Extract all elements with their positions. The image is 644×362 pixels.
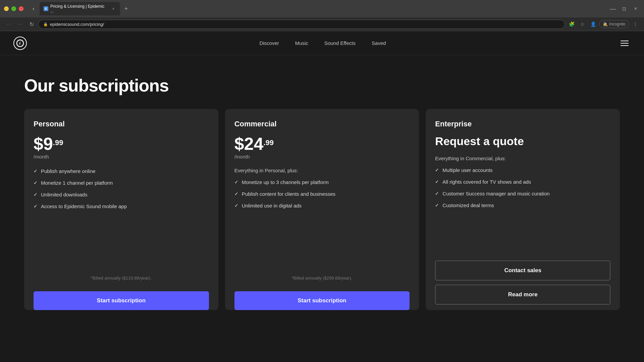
- browser-chrome: − □ × ‹ E Pricing & Licensing | Epidemic…: [0, 0, 644, 31]
- nav-link-music[interactable]: Music: [295, 40, 308, 46]
- commercial-billing-note: *Billed annually ($299.88/year).: [234, 270, 410, 286]
- commercial-start-subscription-button[interactable]: Start subscription: [234, 291, 410, 310]
- personal-plan-name: Personal: [34, 120, 209, 128]
- minimize-button[interactable]: −: [4, 6, 9, 11]
- check-icon: ✓: [435, 179, 439, 185]
- extensions-icon[interactable]: 🧩: [567, 19, 576, 29]
- browser-titlebar: − □ × ‹ E Pricing & Licensing | Epidemic…: [0, 0, 644, 17]
- enterprise-card-actions: Contact sales Read more: [435, 255, 610, 310]
- main-content: Our subscriptions Pay yearly Pay monthly…: [0, 55, 644, 323]
- commercial-features-intro: Everything in Personal, plus:: [234, 168, 410, 173]
- commercial-feature-1: ✓ Monetize up to 3 channels per platform: [234, 179, 410, 186]
- personal-price-cents: .99: [53, 138, 63, 147]
- toolbar-actions: 🧩 ☆ 👤 🕵 Incognito ⋮: [567, 19, 640, 29]
- personal-feature-2: ✓ Monetize 1 channel per platform: [34, 179, 209, 186]
- browser-menu-button[interactable]: ⋮: [631, 19, 640, 29]
- enterprise-plan-name: Enterprise: [435, 120, 610, 128]
- check-icon: ✓: [34, 191, 38, 198]
- pricing-cards: Personal $9 .99 /month ✓ Publish anywher…: [24, 109, 620, 310]
- active-tab[interactable]: E Pricing & Licensing | Epidemic ... ×: [40, 2, 120, 15]
- personal-price-period: /month: [34, 154, 209, 160]
- commercial-price-row: $24 .99: [234, 135, 410, 153]
- minimize-window-btn[interactable]: —: [608, 4, 617, 13]
- address-bar-row: ← → ↻ 🔒 epidemicsound.com/pricing/ 🧩 ☆ 👤…: [0, 17, 644, 31]
- enterprise-feature-1-text: Multiple user accounts: [442, 167, 492, 174]
- maximize-button[interactable]: □: [11, 6, 16, 11]
- profile-icon[interactable]: 👤: [588, 19, 598, 29]
- tab-title: Pricing & Licensing | Epidemic ...: [50, 4, 109, 13]
- commercial-feature-2-text: Publish content for clients and business…: [242, 190, 335, 197]
- personal-feature-2-text: Monetize 1 channel per platform: [41, 179, 113, 186]
- nav-link-sound-effects[interactable]: Sound Effects: [324, 40, 356, 46]
- commercial-feature-2: ✓ Publish content for clients and busine…: [234, 190, 410, 197]
- lock-icon: 🔒: [43, 22, 48, 26]
- check-icon: ✓: [435, 202, 439, 209]
- nav-link-discover[interactable]: Discover: [259, 40, 279, 46]
- check-icon: ✓: [34, 203, 38, 210]
- commercial-feature-3: ✓ Unlimited use in digital ads: [234, 202, 410, 209]
- restore-window-btn[interactable]: ⊡: [620, 4, 629, 13]
- url-text: epidemicsound.com/pricing/: [50, 22, 560, 27]
- tab-history-back[interactable]: ‹: [29, 4, 38, 13]
- commercial-feature-3-text: Unlimited use in digital ads: [242, 202, 302, 209]
- enterprise-feature-2: ✓ All rights covered for TV shows and ad…: [435, 178, 610, 185]
- enterprise-feature-4: ✓ Customized deal terms: [435, 202, 610, 209]
- site-wrapper: ε Discover Music Sound Effects Saved Our…: [0, 31, 644, 362]
- commercial-plan-card: Commercial $24 .99 /month Everything in …: [225, 109, 419, 310]
- hamburger-line-2: [621, 43, 629, 44]
- enterprise-feature-3: ✓ Customer Success manager and music cur…: [435, 190, 610, 197]
- commercial-plan-name: Commercial: [234, 120, 410, 128]
- tab-favicon: E: [44, 6, 48, 11]
- enterprise-plan-card: Enterprise Request a quote Everything in…: [426, 109, 620, 310]
- nav-menu-button[interactable]: [619, 37, 631, 49]
- site-logo[interactable]: ε: [13, 37, 27, 50]
- enterprise-feature-3-text: Customer Success manager and music curat…: [442, 190, 549, 197]
- check-icon: ✓: [234, 179, 238, 186]
- incognito-label: Incognito: [609, 22, 626, 26]
- nav-links: Discover Music Sound Effects Saved: [259, 40, 386, 46]
- personal-card-actions: Start subscription: [34, 286, 209, 310]
- enterprise-features-intro: Everything in Commercial, plus:: [435, 156, 610, 161]
- reload-button[interactable]: ↻: [27, 19, 36, 29]
- hamburger-line-1: [621, 41, 629, 41]
- incognito-icon: 🕵: [603, 22, 608, 26]
- enterprise-feature-1: ✓ Multiple user accounts: [435, 167, 610, 174]
- enterprise-feature-4-text: Customized deal terms: [442, 202, 494, 209]
- contact-sales-button[interactable]: Contact sales: [435, 260, 610, 281]
- address-bar[interactable]: 🔒 epidemicsound.com/pricing/: [38, 20, 565, 29]
- check-icon: ✓: [34, 168, 38, 175]
- close-button[interactable]: ×: [19, 6, 23, 11]
- check-icon: ✓: [435, 167, 439, 174]
- incognito-button[interactable]: 🕵 Incognito: [599, 20, 629, 28]
- nav-link-saved[interactable]: Saved: [372, 40, 386, 46]
- personal-start-subscription-button[interactable]: Start subscription: [34, 291, 209, 310]
- forward-button[interactable]: →: [15, 19, 25, 29]
- site-nav: ε Discover Music Sound Effects Saved: [0, 31, 644, 55]
- svg-text:ε: ε: [19, 42, 21, 45]
- personal-price-row: $9 .99: [34, 135, 209, 153]
- commercial-price-cents: .99: [263, 138, 274, 147]
- personal-features-list: ✓ Publish anywhere online ✓ Monetize 1 c…: [34, 168, 209, 219]
- new-tab-button[interactable]: +: [121, 4, 131, 13]
- hamburger-line-3: [621, 45, 629, 46]
- back-button[interactable]: ←: [4, 19, 13, 29]
- personal-plan-card: Personal $9 .99 /month ✓ Publish anywher…: [24, 109, 218, 310]
- personal-billing-note: *Billed annually ($119.88/year).: [34, 270, 209, 286]
- read-more-button[interactable]: Read more: [435, 285, 610, 305]
- check-icon: ✓: [234, 191, 238, 197]
- personal-price-main: $9: [34, 135, 53, 153]
- enterprise-features-list: ✓ Multiple user accounts ✓ All rights co…: [435, 167, 610, 211]
- commercial-price-main: $24: [234, 135, 264, 153]
- close-window-btn[interactable]: ×: [631, 4, 640, 13]
- check-icon: ✓: [234, 202, 238, 209]
- commercial-price-period: /month: [234, 154, 410, 160]
- personal-feature-3-text: Unlimited downloads: [41, 191, 87, 198]
- tab-close-button[interactable]: ×: [111, 6, 116, 11]
- personal-feature-3: ✓ Unlimited downloads: [34, 191, 209, 198]
- enterprise-quote-label: Request a quote: [435, 135, 610, 147]
- tab-bar: ‹ E Pricing & Licensing | Epidemic ... ×…: [29, 2, 131, 15]
- commercial-feature-1-text: Monetize up to 3 channels per platform: [242, 179, 329, 186]
- bookmark-icon[interactable]: ☆: [578, 19, 587, 29]
- personal-feature-4-text: Access to Epidemic Sound mobile app: [41, 203, 127, 210]
- personal-feature-1: ✓ Publish anywhere online: [34, 168, 209, 175]
